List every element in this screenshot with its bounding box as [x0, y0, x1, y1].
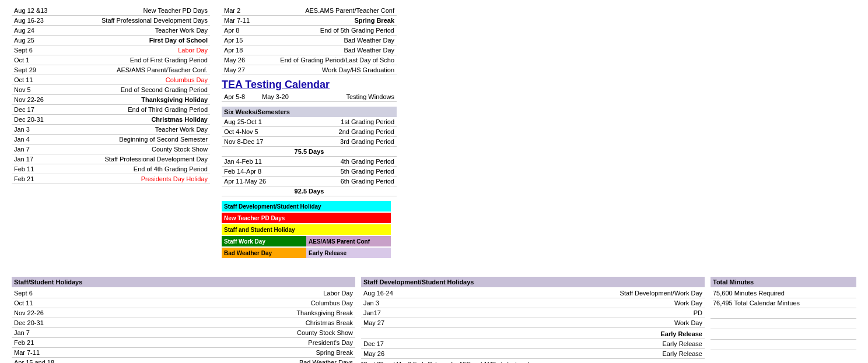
- legend-bad-weather: Bad Weather Day: [222, 248, 306, 258]
- bottom-staff-student-panel: Staff/Student Holidays Sept 6 Labor Day …: [12, 277, 355, 363]
- staff-dev-header: Staff Development/Student Holidays: [361, 277, 705, 287]
- staff-student-table: Sept 6 Labor Day Oct 11 Columbus Day Nov…: [12, 288, 355, 363]
- legend-row: Staff Development/Student Holiday: [222, 201, 397, 212]
- six-weeks-table: Aug 25-Oct 1 1st Grading Period Oct 4-No…: [222, 117, 397, 196]
- table-row: Oct 11Columbus Day: [12, 75, 210, 85]
- days-count: 92.5 Days: [222, 186, 397, 196]
- event: Labor Day: [55, 45, 210, 55]
- table-row: Apr 18Bad Weather Day: [222, 45, 397, 55]
- table-row: Jan 4-Feb 11 4th Grading Period: [222, 157, 397, 167]
- legend-row: Bad Weather Day Early Release: [222, 248, 397, 258]
- minutes-required: 75,600 Minutes Required: [710, 288, 856, 298]
- date: Aug 12 &13: [12, 6, 55, 16]
- date: Nov 22-26: [12, 308, 58, 318]
- date: Jan17: [361, 308, 408, 318]
- period: Feb 14-Apr 8: [222, 167, 298, 177]
- six-weeks-header: Six Weeks/Semesters: [222, 107, 397, 117]
- right-calendar-table: Mar 2AES.AMS Parent/Teacher ConfMar 7-11…: [222, 6, 397, 75]
- table-row: [710, 308, 856, 319]
- table-row: Dec 20-31 Christmas Break: [12, 318, 355, 328]
- legend-aes-conf: AES/AMS Parent Conf: [306, 236, 391, 246]
- main-container: Aug 12 &13New Teacher PD DaysAug 16-23St…: [0, 0, 868, 265]
- date: Sept 6: [12, 45, 55, 55]
- date: May 27: [222, 65, 260, 75]
- event: President's Day: [58, 338, 355, 348]
- tea-col1: Apr 5-8: [222, 92, 260, 102]
- date: Apr 15 and 18: [12, 358, 58, 364]
- date: Jan 17: [12, 154, 55, 164]
- table-row: May 26 Early Release: [361, 349, 705, 359]
- table-row: Aug 24Teacher Work Day: [12, 26, 210, 36]
- table-row: Aug 12 &13New Teacher PD Days: [12, 6, 210, 16]
- table-row: Nov 8-Dec 17 3rd Grading Period: [222, 137, 397, 147]
- date: Oct 11: [12, 75, 55, 85]
- table-row: Feb 21Presidents Day Holiday: [12, 174, 210, 184]
- table-row: Oct 4-Nov 5 2nd Grading Period: [222, 127, 397, 137]
- label: 1st Grading Period: [298, 117, 397, 127]
- legend-row: Staff Work Day AES/AMS Parent Conf: [222, 236, 397, 246]
- event: Columbus Day: [55, 75, 210, 85]
- date: Mar 2: [222, 6, 260, 16]
- event: Staff Professional Development Day: [55, 154, 210, 164]
- minutes-total: 76,495 Total Calendar Mintues: [710, 298, 856, 308]
- table-row: Jan 17Staff Professional Development Day: [12, 154, 210, 164]
- table-row: Aug 16-23Staff Professional Development …: [12, 16, 210, 26]
- period: Oct 4-Nov 5: [222, 127, 298, 137]
- event: County Stock Show: [55, 145, 210, 154]
- table-row: Aug 25-Oct 1 1st Grading Period: [222, 117, 397, 127]
- event: Spring Break: [58, 348, 355, 358]
- table-row: 75,600 Minutes Required: [710, 288, 856, 298]
- event: Early Release: [408, 339, 705, 349]
- event: Bad Weather Days: [58, 358, 355, 364]
- legend-row: New Teacher PD Days: [222, 213, 397, 223]
- event: End of 5th Grading Period: [260, 26, 397, 36]
- date: Mar 7-11: [222, 16, 260, 26]
- event: Thanksgiving Break: [58, 308, 355, 318]
- event: County Stock Show: [58, 328, 355, 338]
- event: Columbus Day: [58, 298, 355, 308]
- table-row: Sept 6Labor Day: [12, 45, 210, 55]
- table-row: Mar 7-11 Spring Break: [12, 348, 355, 358]
- right-section: Mar 2AES.AMS Parent/Teacher ConfMar 7-11…: [222, 6, 397, 259]
- date: May 26: [361, 349, 408, 359]
- table-row: Mar 2AES.AMS Parent/Teacher Conf: [222, 6, 397, 16]
- date: Feb 11: [12, 164, 55, 174]
- period: Apr 11-May 26: [222, 177, 298, 186]
- early-release-label: Early Release: [361, 328, 705, 339]
- period: Nov 8-Dec 17: [222, 137, 298, 147]
- table-row: Apr 15Bad Weather Day: [222, 36, 397, 45]
- event: Bad Weather Day: [260, 36, 397, 45]
- label: 4th Grading Period: [298, 157, 397, 167]
- event: PD: [408, 308, 705, 318]
- event: Christmas Holiday: [55, 115, 210, 125]
- event: End of Third Grading Period: [55, 105, 210, 115]
- table-row: Oct 1End of First Grading Period: [12, 55, 210, 65]
- event: End of First Grading Period: [55, 55, 210, 65]
- event: Staff Development/Work Day: [408, 288, 705, 298]
- date: Apr 8: [222, 26, 260, 36]
- tea-col3: Testing Windows: [311, 92, 397, 102]
- event: Presidents Day Holiday: [55, 174, 210, 184]
- label: 3rd Grading Period: [298, 137, 397, 147]
- date: Jan 7: [12, 145, 55, 154]
- event: End of Second Grading Period: [55, 85, 210, 95]
- table-row: Feb 14-Apr 8 5th Grading Period: [222, 167, 397, 177]
- table-row: Jan 3 Work Day: [361, 298, 705, 308]
- label: 6th Grading Period: [298, 177, 397, 186]
- date: Oct 11: [12, 298, 58, 308]
- table-row: Feb 11End of 4th Grading Period: [12, 164, 210, 174]
- date: Feb 21: [12, 338, 58, 348]
- bottom-section: Staff/Student Holidays Sept 6 Labor Day …: [0, 271, 868, 363]
- event: First Day of School: [55, 36, 210, 45]
- event: AES.AMS Parent/Teacher Conf: [260, 6, 397, 16]
- event: Work Day: [408, 298, 705, 308]
- date: Dec 17: [12, 105, 55, 115]
- table-row: May 27 Work Day: [361, 318, 705, 328]
- table-row: Jan 7 County Stock Show: [12, 328, 355, 338]
- event: Staff Professional Development Days: [55, 16, 210, 26]
- event: Thanksgiving Holiday: [55, 95, 210, 105]
- table-row: Nov 22-26Thanksgiving Holiday: [12, 95, 210, 105]
- event: New Teacher PD Days: [55, 6, 210, 16]
- total-minutes-header: Total Minutes: [710, 277, 856, 287]
- date: Apr 15: [222, 36, 260, 45]
